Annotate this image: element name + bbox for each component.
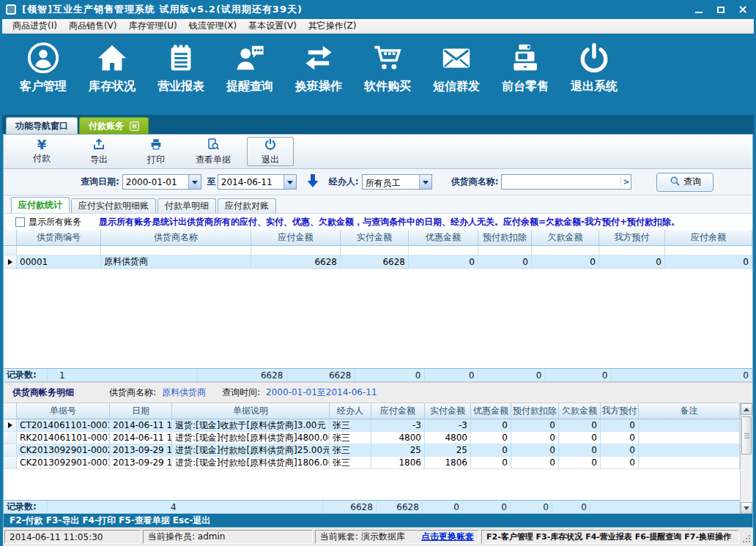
table-row[interactable]: CK2013092901-0002 2013-09-29 16 进货:[现金]付… [4, 444, 740, 457]
header-gutter [4, 230, 17, 246]
subtab-payable-paid-ledger[interactable]: 应付实付款明细账 [71, 198, 156, 213]
cell-date: 2013-09-29 16 [110, 457, 172, 468]
sms-broadcast-button[interactable]: 短信群发 [422, 41, 491, 94]
chevron-down-icon[interactable] [419, 175, 431, 189]
col-prepay-deduct[interactable]: 预付款扣除 [478, 230, 532, 246]
menu-other[interactable]: 其它操作(Z) [303, 18, 363, 34]
col-supplier-name[interactable]: 供货商名称 [101, 230, 251, 246]
col-receipt-no[interactable]: 单据号 [17, 403, 110, 419]
col-date[interactable]: 日期 [110, 403, 172, 419]
menu-settings[interactable]: 基本设置(V) [242, 18, 303, 34]
switch-account-link[interactable]: 点击更换账套 [421, 531, 474, 543]
table-row[interactable]: RK2014061101-0001 2014-06-11 10 进货:[现金]付… [4, 432, 740, 444]
export-icon [92, 138, 105, 153]
vertical-scrollbar[interactable] [740, 403, 752, 514]
filter-row[interactable] [4, 246, 752, 255]
business-report-button[interactable]: 营业报表 [147, 41, 215, 94]
table-row[interactable]: CT2014061101-0001 2014-06-11 10 退货:[现金]收… [4, 419, 740, 432]
cell-remark [639, 444, 740, 456]
col-payable[interactable]: 应付金额 [251, 230, 341, 246]
col-supplier-code[interactable]: 供货商编号 [17, 230, 101, 246]
menu-cashflow[interactable]: 钱流管理(X) [183, 18, 243, 34]
scrollbar-track[interactable] [741, 456, 752, 502]
col-description[interactable]: 单据说明 [172, 403, 330, 419]
exit-system-button[interactable]: 退出系统 [560, 41, 629, 94]
print-button[interactable]: 打印 [133, 137, 179, 166]
down-arrow-icon [305, 173, 320, 192]
cell-discount: 0 [471, 432, 511, 444]
col-arrears[interactable]: 欠款金额 [559, 403, 601, 419]
apply-date-button[interactable] [305, 173, 320, 192]
subtab-payable-stats[interactable]: 应付款统计 [11, 197, 70, 213]
scroll-down-button[interactable] [741, 502, 752, 514]
cell-prepay-deduct: 0 [511, 419, 559, 431]
cell-arrears: 0 [559, 432, 601, 444]
cash-register-icon [508, 41, 542, 75]
customer-management-button[interactable]: 客户管理 [9, 41, 78, 94]
view-receipt-button[interactable]: 查看单据 [190, 137, 237, 166]
scroll-up-button[interactable] [741, 403, 752, 415]
menu-sales[interactable]: 商品销售(V) [63, 18, 123, 34]
cell-our-prepay: 0 [601, 432, 639, 444]
inventory-status-button[interactable]: 库存状况 [78, 41, 147, 94]
minimize-button[interactable] [692, 4, 706, 15]
menu-inventory[interactable]: 库存管理(U) [122, 18, 182, 34]
purchase-software-button[interactable]: 软件购买 [353, 41, 422, 94]
close-button[interactable]: × [735, 4, 750, 15]
show-all-label: 显示所有账务 [29, 216, 81, 228]
col-payable[interactable]: 应付金额 [371, 403, 425, 419]
pos-retail-button[interactable]: 前台零售 [491, 41, 560, 94]
col-prepay-deduct[interactable]: 预付款扣除 [511, 403, 559, 419]
subtab-payment-detail[interactable]: 付款单明细 [158, 198, 216, 213]
header-gutter [4, 403, 17, 419]
cell-discount: 0 [471, 457, 511, 468]
col-payable-balance[interactable]: 应付余额 [665, 230, 752, 246]
cell-prepay-deduct: 0 [478, 255, 532, 268]
cell-our-prepay: 0 [599, 255, 665, 268]
col-arrears[interactable]: 欠款金额 [532, 230, 599, 246]
resize-grip[interactable] [741, 530, 752, 544]
total-paid: 6628 [287, 369, 355, 381]
col-our-prepay[interactable]: 我方预付 [599, 230, 665, 246]
supplier-label: 供货商名称: [451, 176, 499, 188]
exit-button[interactable]: 退出 [247, 137, 294, 166]
export-button[interactable]: 导出 [75, 137, 122, 166]
table-row[interactable]: 00001 原料供货商 6628 6628 0 0 0 0 0 [4, 255, 752, 269]
supplier-name-input[interactable] [502, 177, 620, 187]
scrollbar-thumb[interactable] [741, 416, 752, 455]
reminder-query-button[interactable]: 提醒查询 [215, 41, 284, 94]
menu-purchase[interactable]: 商品进货(I) [7, 18, 63, 34]
col-operator[interactable]: 经办人 [330, 403, 371, 419]
status-bar: 2014-06-11 11:05:30 当前操作员: admin 当前账套: 演… [3, 528, 753, 546]
pay-button[interactable]: ¥ 付款 [18, 137, 65, 166]
col-paid[interactable]: 实付金额 [341, 230, 409, 246]
tab-function-nav[interactable]: 功能导航窗口 [6, 117, 78, 134]
maximize-button[interactable] [714, 4, 728, 15]
chevron-down-icon[interactable] [284, 175, 296, 189]
current-row-indicator [4, 255, 17, 268]
col-discount[interactable]: 优惠金额 [409, 230, 478, 246]
cell-discount: 0 [471, 444, 511, 456]
tab-payment-accounts[interactable]: 付款账务 ✕ [79, 117, 149, 134]
power-icon [264, 138, 277, 153]
detail-section-header: 供货商帐务明细 供货商名称: 原料供货商 查询时间: 2000-01-01至20… [4, 382, 752, 403]
col-our-prepay[interactable]: 我方预付 [601, 403, 639, 419]
search-button[interactable]: 查询 [656, 173, 714, 192]
cell-payable: 4800 [371, 432, 425, 444]
operator-select[interactable]: 所有员工 [362, 174, 432, 190]
total-arrears: 0 [478, 369, 546, 381]
record-count-value: 1 [48, 369, 198, 381]
date-from-select[interactable]: 2000-01-01 [122, 174, 201, 190]
expand-icon[interactable]: > [620, 177, 631, 187]
col-remark[interactable]: 备注 [639, 403, 740, 419]
col-discount[interactable]: 优惠金额 [471, 403, 511, 419]
date-to-select[interactable]: 2014-06-11 [218, 174, 297, 190]
col-paid[interactable]: 实付金额 [425, 403, 471, 419]
table-row[interactable]: CK2013092901-0001 2013-09-29 16 进货:[现金]付… [4, 457, 740, 469]
chevron-down-icon[interactable] [188, 175, 201, 189]
show-all-checkbox[interactable] [15, 217, 25, 227]
subtab-payable-reconcile[interactable]: 应付款对账 [218, 198, 276, 213]
cell-arrears: 0 [532, 255, 599, 268]
shift-change-button[interactable]: 换班操作 [284, 41, 353, 94]
tab-close-icon[interactable]: ✕ [130, 121, 139, 131]
